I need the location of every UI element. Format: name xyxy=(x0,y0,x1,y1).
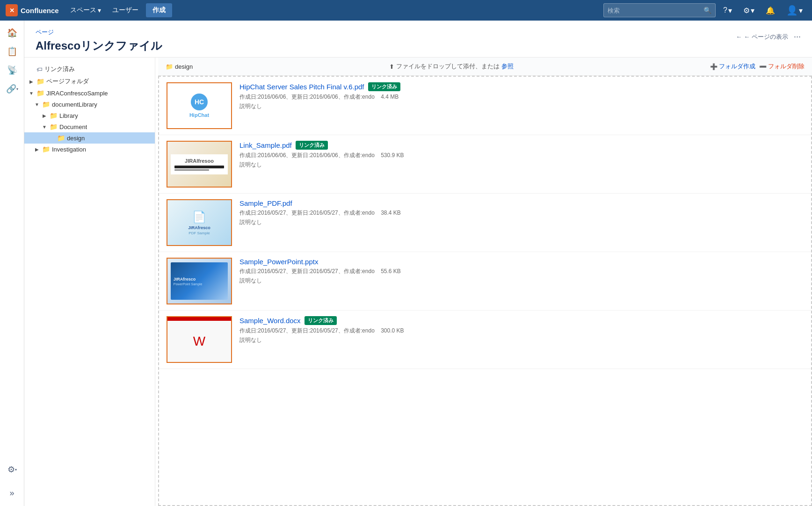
tree-label-doc-library: documentLibrary xyxy=(52,101,97,108)
feed-icon: 📡 xyxy=(7,65,17,75)
sidebar-home-button[interactable]: 🏠 xyxy=(4,24,21,41)
file-desc-hipchat: 説明なし xyxy=(239,102,804,110)
tree-item-investigation[interactable]: ▶ 📁 Investigation xyxy=(24,144,155,155)
collapse-icon: » xyxy=(9,488,14,498)
back-arrow-icon: ← xyxy=(736,33,742,40)
logo[interactable]: ✕ Confluence xyxy=(6,4,59,16)
links-icon: 🔗 xyxy=(6,84,16,94)
settings-bottom-icon: ⚙ xyxy=(7,464,15,475)
file-thumbnail-pptx[interactable]: JIRAfresco PowerPoint Sample xyxy=(167,258,232,304)
file-drop-area: ⬆ ファイルをドロップして添付、または 参照 xyxy=(196,62,706,71)
file-name-sample-pdf[interactable]: Sample_PDF.pdf xyxy=(239,199,804,207)
file-meta-docx: 作成日:2016/05/27、更新日:2016/05/27、作成者:endo 3… xyxy=(239,327,804,335)
tree-item-linked[interactable]: 🏷 リンク済み xyxy=(24,63,155,75)
search-input[interactable] xyxy=(608,7,703,14)
file-item: W Sample_Word.docx リンク済み 作成日:2016/05/27、… xyxy=(159,311,811,369)
file-browser: 📁 design ⬆ ファイルをドロップして添付、または 参照 ➕ フォルダ作成 xyxy=(158,58,812,506)
help-icon: ? xyxy=(723,6,727,14)
file-info-hipchat: HipChat Server Sales Pitch Final v.6.pdf… xyxy=(239,82,804,110)
arrow-library: ▶ xyxy=(41,113,48,118)
top-nav: ✕ Confluence スペース ▾ ユーザー 作成 🔍 ? ▾ ⚙ ▾ 🔔 … xyxy=(0,0,812,21)
gear-icon: ⚙ xyxy=(743,6,750,15)
drop-text: ファイルをドロップして添付、または xyxy=(396,62,500,71)
file-name-hipchat[interactable]: HipChat Server Sales Pitch Final v.6.pdf… xyxy=(239,82,804,91)
app-body: 🏠 📋 📡 🔗 ▾ ⚙ ▾ » ページ Al xyxy=(0,21,812,506)
jira-thumb-inner: JIRAlfresoo xyxy=(171,154,228,174)
settings-chevron-icon: ▾ xyxy=(751,6,754,15)
sidebar-feed-button[interactable]: 📡 xyxy=(4,62,21,79)
help-button[interactable]: ? ▾ xyxy=(719,4,736,17)
notifications-button[interactable]: 🔔 xyxy=(762,4,779,17)
main-area: ページ Alfrescoリンクファイル ← ← ページの表示 ··· � xyxy=(24,21,812,506)
plus-icon: ➕ xyxy=(710,63,718,70)
page-header: ページ Alfrescoリンクファイル ← ← ページの表示 ··· xyxy=(24,21,812,58)
file-desc-sample-pdf: 説明なし xyxy=(239,218,804,226)
file-list: HC HipChat HipChat Server Sales Pitch Fi… xyxy=(158,76,812,506)
word-red-bar xyxy=(167,317,231,321)
hipchat-label: HipChat xyxy=(189,112,209,118)
confluence-x-icon: ✕ xyxy=(6,4,18,16)
file-name-pptx[interactable]: Sample_PowerPoint.pptx xyxy=(239,258,804,266)
linked-badge-docx: リンク済み xyxy=(304,316,337,325)
create-folder-button[interactable]: ➕ フォルダ作成 xyxy=(710,62,755,71)
file-browser-header: 📁 design ⬆ ファイルをドロップして添付、または 参照 ➕ フォルダ作成 xyxy=(158,58,812,76)
sidebar-settings-button[interactable]: ⚙ ▾ xyxy=(4,461,21,478)
tree-label-investigation: Investigation xyxy=(52,146,86,153)
left-sidebar: 🏠 📋 📡 🔗 ▾ ⚙ ▾ » xyxy=(0,21,24,506)
file-thumbnail-docx[interactable]: W xyxy=(167,316,232,363)
file-info-sample-pdf: Sample_PDF.pdf 作成日:2016/05/27、更新日:2016/0… xyxy=(239,199,804,226)
collapse-sidebar-button[interactable]: » xyxy=(4,484,21,501)
tree-item-page-folder[interactable]: ▶ 📁 ページフォルダ xyxy=(24,75,155,87)
file-item: JIRAlfresoo Link_Sample.pdf リンク済み xyxy=(159,135,811,194)
spaces-menu-button[interactable]: スペース ▾ xyxy=(66,4,105,16)
tree-item-document[interactable]: ▼ 📁 Document xyxy=(24,121,155,132)
file-thumbnail-sample-pdf[interactable]: 📄 JIRAfresco PDF Sample xyxy=(167,199,232,246)
file-item: JIRAfresco PowerPoint Sample Sample_Powe… xyxy=(159,252,811,311)
ellipsis-icon: ··· xyxy=(794,32,801,41)
more-options-button[interactable]: ··· xyxy=(794,32,801,42)
file-desc-pptx: 説明なし xyxy=(239,277,804,285)
search-box[interactable]: 🔍 xyxy=(603,3,716,17)
arrow-page-folder: ▶ xyxy=(28,79,35,84)
file-thumbnail-hipchat[interactable]: HC HipChat xyxy=(167,82,232,129)
page-header-left: ページ Alfrescoリンクファイル xyxy=(36,28,162,53)
user-avatar-button[interactable]: 👤 ▾ xyxy=(783,3,806,18)
page-title: Alfrescoリンクファイル xyxy=(36,38,162,53)
breadcrumb[interactable]: ページ xyxy=(36,29,54,36)
tree-item-library[interactable]: ▶ 📁 Library xyxy=(24,110,155,121)
arrow-jira: ▼ xyxy=(28,91,35,96)
folder-icon-doc-library: 📁 xyxy=(42,101,50,108)
sidebar-links-button[interactable]: 🔗 ▾ xyxy=(4,80,21,97)
file-meta-pptx: 作成日:2016/05/27、更新日:2016/05/27、作成者:endo 5… xyxy=(239,267,804,275)
user-chevron-icon: ▾ xyxy=(799,6,803,15)
tree-item-doc-library[interactable]: ▼ 📁 documentLibrary xyxy=(24,99,155,110)
create-button[interactable]: 作成 xyxy=(146,3,172,17)
file-desc-link-sample: 説明なし xyxy=(239,161,804,169)
file-thumbnail-jira[interactable]: JIRAlfresoo xyxy=(167,141,232,188)
tree-label-page-folder: ページフォルダ xyxy=(46,77,89,86)
view-page-button[interactable]: ← ← ページの表示 xyxy=(736,33,788,41)
arrow-investigation: ▶ xyxy=(34,147,40,152)
tag-icon: 🏷 xyxy=(36,66,43,73)
delete-folder-button[interactable]: ➖ フォルダ削除 xyxy=(759,62,805,71)
tree-label-linked: リンク済み xyxy=(44,65,75,73)
file-name-link-sample[interactable]: Link_Sample.pdf リンク済み xyxy=(239,141,804,150)
arrow-doc-library: ▼ xyxy=(34,102,40,107)
browse-link[interactable]: 参照 xyxy=(501,62,514,71)
folder-icon-page: 📁 xyxy=(36,78,44,85)
tree-label-library: Library xyxy=(59,112,78,119)
file-name-docx[interactable]: Sample_Word.docx リンク済み xyxy=(239,316,804,325)
folder-badge-icon: 📁 xyxy=(166,63,173,70)
settings-button[interactable]: ⚙ ▾ xyxy=(740,4,758,17)
tree-item-design[interactable]: 📁 design xyxy=(24,132,155,144)
user-menu-button[interactable]: ユーザー xyxy=(109,4,142,16)
folder-icon-library: 📁 xyxy=(50,112,58,119)
tree-label-design: design xyxy=(67,135,85,142)
file-meta-sample-pdf: 作成日:2016/05/27、更新日:2016/05/27、作成者:endo 3… xyxy=(239,209,804,217)
file-info-pptx: Sample_PowerPoint.pptx 作成日:2016/05/27、更新… xyxy=(239,258,804,285)
upload-icon: ⬆ xyxy=(389,63,394,70)
file-info-link-sample: Link_Sample.pdf リンク済み 作成日:2016/06/06、更新日… xyxy=(239,141,804,169)
settings-chevron-icon: ▾ xyxy=(15,468,17,472)
tree-item-jira[interactable]: ▼ 📁 JIRAConfrescoSample xyxy=(24,87,155,99)
sidebar-pages-button[interactable]: 📋 xyxy=(4,43,21,60)
